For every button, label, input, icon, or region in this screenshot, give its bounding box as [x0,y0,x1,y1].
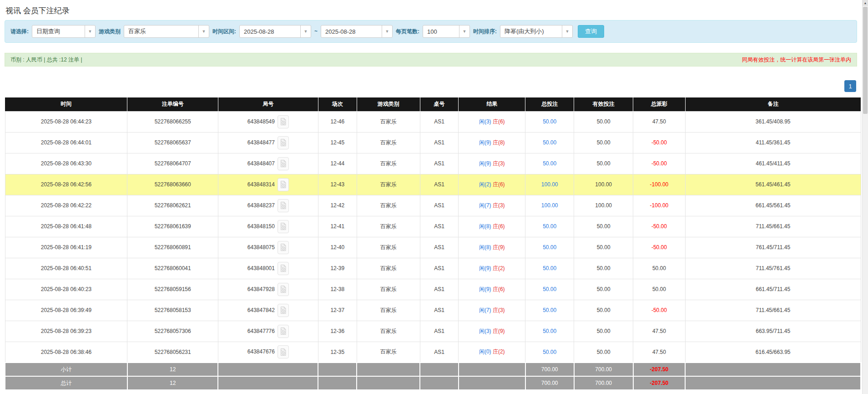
result-player: 闲(8) [479,244,491,251]
page-size-value: 100 [423,28,459,35]
result-player: 闲(9) [479,265,491,271]
game-type-label: 游戏类别 [99,28,121,36]
video-icon [280,201,287,210]
result-cell: 闲(2) 庄(6) [459,174,525,195]
summary-bar: 币别 : 人民币 | 总共 :12 注单 | 同局有效投注，统一计算在该局第一张… [5,53,857,67]
chevron-down-icon: ▼ [382,26,392,37]
page-1-button[interactable]: 1 [844,80,856,92]
result-cell: 闲(8) 庄(6) [459,216,525,237]
table-no-cell: AS1 [420,258,459,279]
query-mode-select[interactable]: 日期查询 ▼ [32,25,96,38]
result-banker: 庄(2) [493,348,505,355]
game-type-cell: 百家乐 [357,300,420,321]
table-no-cell: AS1 [420,216,459,237]
footer-label-cell: 总计 [5,376,127,390]
scrollbar-thumb[interactable] [863,7,868,114]
page-size-select[interactable]: 100 ▼ [423,25,470,38]
date-to-select[interactable]: 2025-08-28 ▼ [321,25,393,38]
video-replay-button[interactable] [278,220,289,233]
result-banker: 庄(2) [493,265,505,271]
date-from-select[interactable]: 2025-08-28 ▼ [239,25,311,38]
total-bet-cell[interactable]: 100.00 [525,174,574,195]
column-header: 时间 [5,97,127,111]
bet-id-cell: 522768063660 [127,174,218,195]
video-replay-button[interactable] [278,262,289,275]
video-replay-button[interactable] [278,178,289,191]
round-id: 643848150 [247,223,275,229]
total-bet-cell[interactable]: 50.00 [525,342,574,363]
session-cell: 12-41 [318,216,357,237]
valid-bet-cell: 100.00 [574,174,633,195]
scroll-up-arrow-icon[interactable]: ▲ [863,0,868,6]
search-button[interactable]: 查询 [578,25,604,38]
table-no-cell: AS1 [420,279,459,300]
note-cell: 561.45/461.45 [685,174,861,195]
video-replay-button[interactable] [278,241,289,254]
total-bet-cell[interactable]: 50.00 [525,132,574,153]
video-replay-button[interactable] [278,136,289,149]
valid-bet-cell: 50.00 [574,153,633,174]
note-cell: 661.45/711.45 [685,279,861,300]
video-replay-button[interactable] [278,345,289,358]
vertical-scrollbar[interactable]: ▲ [862,0,868,394]
table-row: 2025-08-28 06:39:23522768057306643847776… [5,321,861,342]
video-replay-button[interactable] [278,157,289,170]
game-type-cell: 百家乐 [357,279,420,300]
result-cell: 闲(9) 庄(2) [459,258,525,279]
table-row: 2025-08-28 06:41:19522768060891643848075… [5,237,861,258]
total-bet-cell[interactable]: 50.00 [525,153,574,174]
video-replay-button[interactable] [278,325,289,338]
video-replay-button[interactable] [278,283,289,296]
footer-total-bet-cell: 700.00 [525,363,574,376]
footer-empty-cell [318,376,357,390]
game-type-select[interactable]: 百家乐 ▼ [124,25,209,38]
footer-empty-cell [218,376,318,390]
bet-id-cell: 522768061639 [127,216,218,237]
note-cell: 711.45/661.45 [685,300,861,321]
footer-empty-cell [357,376,420,390]
sort-select[interactable]: 降幂(由大到小) ▼ [500,25,573,38]
table-no-cell: AS1 [420,300,459,321]
result-banker: 庄(9) [493,244,505,251]
note-cell: 411.45/361.45 [685,132,861,153]
bet-id-cell: 522768056231 [127,342,218,363]
column-header: 总派彩 [633,97,686,111]
game-type-cell: 百家乐 [357,153,420,174]
round-cell: 643848549 [218,111,318,132]
time-cell: 2025-08-28 06:40:51 [5,258,127,279]
footer-empty-cell [685,363,861,376]
note-cell: 761.45/711.45 [685,237,861,258]
video-replay-button[interactable] [278,115,289,128]
note-cell: 461.45/411.45 [685,153,861,174]
result-banker: 庄(6) [493,181,505,188]
result-cell: 闲(9) 庄(6) [459,279,525,300]
video-replay-button[interactable] [278,199,289,212]
result-player: 闲(9) [479,286,491,292]
footer-empty-cell [420,376,459,390]
time-cell: 2025-08-28 06:44:23 [5,111,127,132]
table-row: 2025-08-28 06:40:51522768060041643848001… [5,258,861,279]
table-no-cell: AS1 [420,153,459,174]
total-bet-cell[interactable]: 100.00 [525,195,574,216]
round-id: 643848237 [247,202,275,208]
bet-id-cell: 522768062621 [127,195,218,216]
round-id: 643848477 [247,139,275,145]
round-id: 643848407 [247,160,275,166]
total-bet-cell[interactable]: 50.00 [525,237,574,258]
round-cell: 643847842 [218,300,318,321]
total-bet-cell[interactable]: 50.00 [525,321,574,342]
total-bet-cell[interactable]: 50.00 [525,216,574,237]
total-bet-cell[interactable]: 50.00 [525,258,574,279]
video-replay-button[interactable] [278,304,289,317]
total-bet-cell[interactable]: 50.00 [525,279,574,300]
round-id: 643847776 [247,327,275,334]
table-no-cell: AS1 [420,195,459,216]
footer-empty-cell [218,363,318,376]
round-cell: 643848477 [218,132,318,153]
result-cell: 闲(9) 庄(8) [459,132,525,153]
total-bet-cell[interactable]: 50.00 [525,300,574,321]
total-bet-cell[interactable]: 50.00 [525,111,574,132]
column-header: 注单编号 [127,97,218,111]
footer-empty-cell [420,363,459,376]
round-cell: 643847776 [218,321,318,342]
